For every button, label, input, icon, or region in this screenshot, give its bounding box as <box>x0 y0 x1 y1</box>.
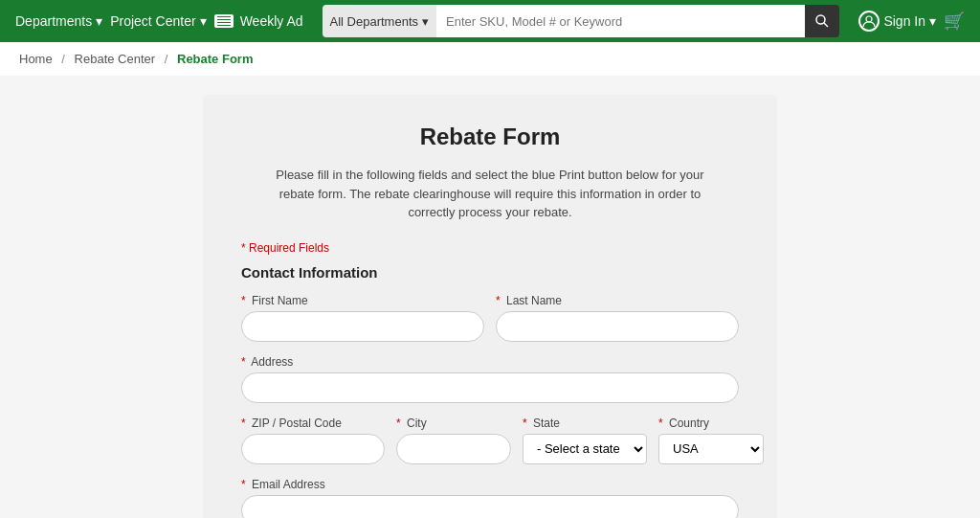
breadcrumb-home[interactable]: Home <box>19 52 53 66</box>
breadcrumb: Home / Rebate Center / Rebate Form <box>0 42 980 76</box>
last-name-group: * Last Name <box>496 294 739 342</box>
project-center-chevron-icon: ▾ <box>200 13 207 29</box>
country-label: * Country <box>658 417 764 430</box>
nav-departments[interactable]: Departments ▾ <box>15 13 102 29</box>
location-row: * ZIP / Postal Code * City * State - Sel <box>241 417 739 464</box>
address-required-star: * <box>241 355 246 369</box>
search-icon <box>814 13 830 29</box>
email-row: * Email Address <box>241 478 739 519</box>
state-required-star: * <box>523 417 527 430</box>
departments-chevron-icon: ▾ <box>96 13 102 29</box>
form-title: Rebate Form <box>241 124 739 150</box>
required-note-text: * Required Fields <box>241 241 329 255</box>
breadcrumb-separator-1: / <box>61 52 65 66</box>
header-right: Sign In ▾ 🛒 <box>858 11 965 32</box>
first-name-label: * First Name <box>241 294 484 307</box>
address-label: * Address <box>241 355 739 369</box>
city-group: * City <box>396 417 511 464</box>
first-name-input[interactable] <box>241 311 484 342</box>
search-input[interactable] <box>436 5 805 37</box>
search-button[interactable] <box>805 5 839 37</box>
first-name-required-star: * <box>241 294 246 307</box>
weekly-ad-icon <box>214 14 234 28</box>
country-required-star: * <box>658 417 663 430</box>
main-content: Rebate Form Please fill in the following… <box>0 76 980 518</box>
city-input[interactable] <box>396 434 511 464</box>
name-row: * First Name * Last Name <box>241 294 739 342</box>
sign-in-button[interactable]: Sign In ▾ <box>858 11 936 32</box>
sign-in-chevron-icon: ▾ <box>929 13 936 29</box>
breadcrumb-separator-2: / <box>165 52 168 66</box>
zip-required-star: * <box>241 417 246 430</box>
first-name-group: * First Name <box>241 294 484 342</box>
svg-point-0 <box>816 15 825 24</box>
cart-icon[interactable]: 🛒 <box>944 11 965 32</box>
nav-weekly-ad[interactable]: Weekly Ad <box>214 13 303 29</box>
form-description: Please fill in the following fields and … <box>260 166 720 222</box>
city-required-star: * <box>396 417 401 430</box>
search-area: All Departments ▾ <box>323 5 840 37</box>
search-department-select[interactable]: All Departments ▾ <box>323 5 436 37</box>
project-center-label: Project Center <box>110 13 195 29</box>
breadcrumb-current: Rebate Form <box>177 52 253 66</box>
state-label: * State <box>523 417 647 430</box>
rebate-form-container: Rebate Form Please fill in the following… <box>203 95 777 518</box>
email-group: * Email Address <box>241 478 739 519</box>
last-name-label: * Last Name <box>496 294 739 307</box>
breadcrumb-rebate-center[interactable]: Rebate Center <box>75 52 156 66</box>
search-dept-chevron-icon: ▾ <box>422 14 429 29</box>
state-group: * State - Select a state - <box>523 417 647 464</box>
state-select[interactable]: - Select a state - <box>523 434 647 464</box>
header: Departments ▾ Project Center ▾ Weekly Ad… <box>0 0 980 42</box>
sign-in-label: Sign In <box>883 13 925 29</box>
email-required-star: * <box>241 478 246 491</box>
zip-input[interactable] <box>241 434 385 464</box>
zip-group: * ZIP / Postal Code <box>241 417 385 464</box>
city-label: * City <box>396 417 511 430</box>
email-input[interactable] <box>241 495 739 519</box>
nav-project-center[interactable]: Project Center ▾ <box>110 13 206 29</box>
svg-point-2 <box>866 16 872 22</box>
search-dept-label: All Departments <box>330 14 418 29</box>
last-name-required-star: * <box>496 294 501 307</box>
last-name-input[interactable] <box>496 311 739 342</box>
departments-label: Departments <box>15 13 92 29</box>
country-select[interactable]: USA <box>658 434 764 464</box>
address-input[interactable] <box>241 372 739 403</box>
search-input-wrap <box>436 5 805 37</box>
country-group: * Country USA <box>658 417 764 464</box>
user-icon <box>858 11 880 32</box>
svg-line-1 <box>824 23 828 27</box>
required-note: * Required Fields <box>241 241 739 255</box>
contact-section-title: Contact Information <box>241 264 739 281</box>
weekly-ad-label: Weekly Ad <box>240 13 303 29</box>
zip-label: * ZIP / Postal Code <box>241 417 385 430</box>
email-label: * Email Address <box>241 478 739 491</box>
address-row: * Address <box>241 355 739 403</box>
address-group: * Address <box>241 355 739 403</box>
